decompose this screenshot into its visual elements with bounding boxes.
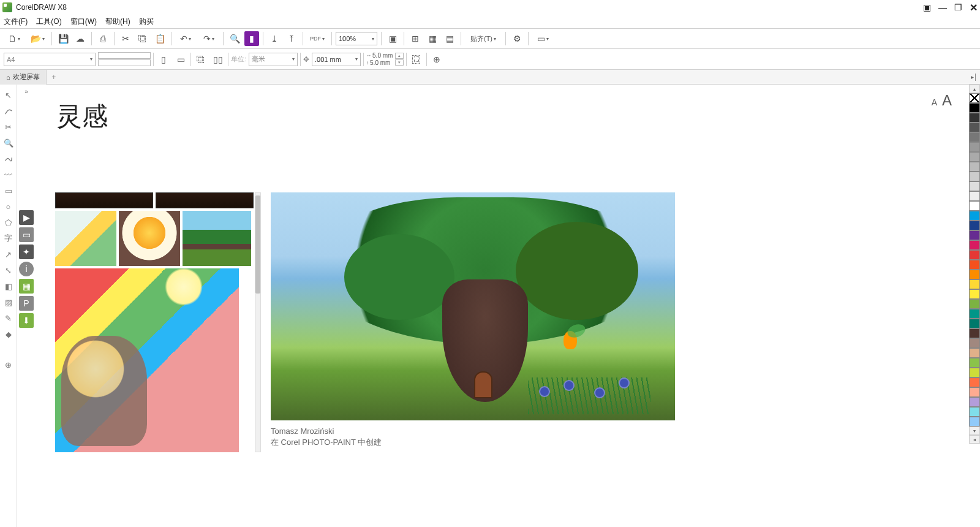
- add-preset-button[interactable]: ⊕: [429, 52, 444, 67]
- palette-swatch[interactable]: [969, 309, 980, 319]
- palette-swatch[interactable]: [969, 230, 980, 240]
- palette-swatch[interactable]: [969, 221, 980, 230]
- save-button[interactable]: 💾: [56, 31, 70, 46]
- palette-swatch[interactable]: [969, 417, 980, 427]
- layout-button[interactable]: ▭: [532, 31, 553, 46]
- docker-play-icon[interactable]: ▶: [19, 210, 34, 225]
- zoom-level[interactable]: 100%: [336, 32, 377, 45]
- palette-swatch[interactable]: [969, 387, 980, 397]
- text-tool[interactable]: 字: [2, 232, 15, 245]
- launch-button[interactable]: ▮: [244, 31, 259, 46]
- search-button[interactable]: 🔍: [227, 31, 242, 46]
- thumb-dark-1[interactable]: [55, 192, 153, 208]
- palette-swatch[interactable]: [969, 328, 980, 338]
- palette-swatch[interactable]: [969, 377, 980, 387]
- page-width[interactable]: [98, 52, 151, 59]
- palette-swatch[interactable]: [969, 162, 980, 172]
- palette-swatch[interactable]: [969, 191, 980, 201]
- palette-down[interactable]: ▾: [969, 427, 980, 435]
- palette-swatch[interactable]: [969, 319, 980, 328]
- palette-swatch[interactable]: [969, 240, 980, 250]
- cut-button[interactable]: ✂: [118, 31, 133, 46]
- portrait-button[interactable]: ▯: [156, 52, 171, 67]
- palette-swatch[interactable]: [969, 201, 980, 211]
- quick-customize[interactable]: ⊕: [2, 358, 15, 371]
- docker-star-icon[interactable]: ✦: [19, 245, 34, 259]
- font-smaller[interactable]: A: [932, 97, 937, 107]
- palette-swatch[interactable]: [969, 270, 980, 279]
- nudge-input[interactable]: .001 mm: [312, 53, 361, 66]
- guides-button[interactable]: ▤: [442, 31, 457, 46]
- pdf-button[interactable]: PDF: [307, 31, 328, 46]
- page-size-select[interactable]: A4: [4, 53, 96, 66]
- thumb-portrait[interactable]: [119, 211, 180, 266]
- menu-help[interactable]: 帮助(H): [105, 17, 130, 27]
- thumb-isometric[interactable]: [55, 211, 116, 266]
- eyedropper-tool[interactable]: ✎: [2, 311, 15, 325]
- tabs-scroll-right[interactable]: ▸│: [968, 74, 980, 80]
- pick-tool[interactable]: ↖: [2, 88, 15, 102]
- notify-icon[interactable]: ▣: [923, 2, 931, 12]
- featured-image[interactable]: [271, 192, 675, 420]
- palette-swatch[interactable]: [969, 103, 980, 113]
- docker-screen-icon[interactable]: ▭: [19, 227, 34, 242]
- palette-swatch[interactable]: [969, 181, 980, 191]
- import-button[interactable]: ⤓: [267, 31, 282, 46]
- crop-tool[interactable]: ✂: [2, 120, 15, 134]
- page-height[interactable]: [98, 59, 151, 66]
- palette-swatch[interactable]: [969, 113, 980, 123]
- zoom-tool[interactable]: 🔍: [2, 136, 15, 150]
- palette-swatch[interactable]: [969, 407, 980, 417]
- grid-button[interactable]: ▦: [425, 31, 440, 46]
- palette-swatch[interactable]: [969, 152, 980, 162]
- shape-tool[interactable]: [2, 104, 15, 118]
- add-tab-button[interactable]: +: [47, 70, 61, 85]
- fill-tool[interactable]: ◆: [2, 327, 15, 341]
- thumb-tree-small[interactable]: [183, 211, 251, 266]
- menu-tools[interactable]: 工具(O): [36, 17, 61, 27]
- export-button[interactable]: ⤒: [284, 31, 299, 46]
- ellipse-tool[interactable]: ○: [2, 200, 15, 213]
- cloud-button[interactable]: ☁: [73, 31, 88, 46]
- freehand-tool[interactable]: [2, 152, 15, 165]
- docker-download-icon[interactable]: ⬇: [19, 313, 34, 328]
- palette-swatch[interactable]: [969, 132, 980, 142]
- close-icon[interactable]: ✕: [970, 2, 978, 13]
- menu-buy[interactable]: 购买: [139, 17, 154, 27]
- palette-swatch[interactable]: [969, 142, 980, 152]
- copy-button[interactable]: ⿻: [135, 31, 150, 46]
- unit-select[interactable]: 毫米: [249, 53, 298, 66]
- all-pages-button[interactable]: ⿻: [194, 52, 208, 67]
- drop-shadow-tool[interactable]: ◧: [2, 279, 15, 293]
- palette-swatch[interactable]: [969, 338, 980, 348]
- thumb-dark-2[interactable]: [156, 192, 254, 208]
- palette-swatch[interactable]: [969, 260, 980, 270]
- palette-swatch[interactable]: [969, 397, 980, 407]
- current-page-button[interactable]: ▯▯: [211, 52, 225, 67]
- paste-button[interactable]: 📋: [153, 31, 167, 46]
- thumbs-scrollbar[interactable]: [255, 192, 261, 452]
- font-larger[interactable]: A: [942, 92, 952, 109]
- undo-button[interactable]: ↶: [175, 31, 196, 46]
- palette-swatch[interactable]: [969, 250, 980, 260]
- options-button[interactable]: ⚙: [510, 31, 524, 46]
- palette-swatch[interactable]: [969, 279, 980, 289]
- palette-swatch[interactable]: [969, 358, 980, 368]
- polygon-tool[interactable]: ⬠: [2, 216, 15, 229]
- palette-up[interactable]: ▴: [969, 85, 980, 93]
- palette-swatch[interactable]: [969, 123, 980, 132]
- docker-film-icon[interactable]: ▦: [19, 279, 34, 294]
- maximize-icon[interactable]: ❐: [954, 2, 962, 12]
- snap-button[interactable]: 贴齐(T): [465, 31, 502, 46]
- connector-tool[interactable]: ⤡: [2, 264, 15, 277]
- palette-swatch[interactable]: [969, 172, 980, 181]
- palette-swatch[interactable]: [969, 289, 980, 299]
- palette-swatch[interactable]: [969, 368, 980, 377]
- palette-swatch[interactable]: [969, 348, 980, 358]
- landscape-button[interactable]: ▭: [173, 52, 188, 67]
- duplicate-distance[interactable]: ↔5.0 mm ↕5.0 mm: [366, 52, 393, 66]
- rulers-button[interactable]: ⊞: [408, 31, 423, 46]
- fullscreen-button[interactable]: ▣: [385, 31, 400, 46]
- thumb-craftsman[interactable]: [55, 268, 239, 452]
- palette-none[interactable]: [969, 93, 980, 103]
